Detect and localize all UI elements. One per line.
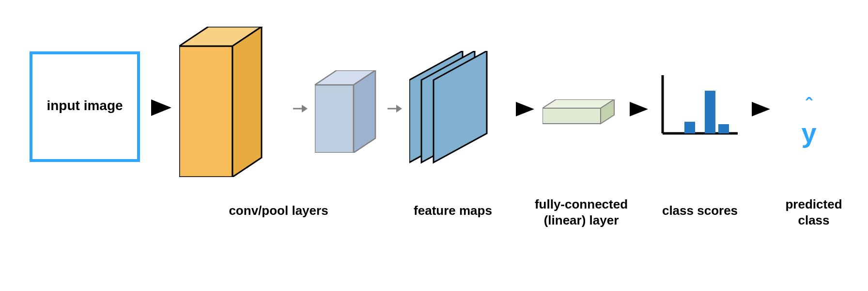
fc-layer-label: fully-connected (linear) layer [521,196,642,228]
arrow-icon [293,104,308,113]
fc-layer-block [542,99,620,126]
svg-marker-15 [516,102,534,116]
arrow-icon [630,102,648,116]
bar-c3 [718,124,729,133]
arrow-icon [752,102,770,116]
svg-marker-19 [630,102,648,116]
pool-layer-block [315,70,388,153]
arrow-icon [516,102,534,116]
class-scores-label: class scores [649,203,751,219]
svg-marker-2 [179,46,232,177]
y-hat-symbol: ˆ y [782,85,836,140]
svg-marker-1 [151,99,171,116]
arrow-icon [388,104,402,113]
svg-marker-7 [315,85,354,153]
svg-marker-11 [396,105,402,113]
svg-marker-6 [302,105,308,113]
predicted-class-label: predicted class [775,196,852,228]
svg-marker-22 [752,102,770,116]
cnn-pipeline-diagram: input image conv/pool layers fe [0,0,868,291]
conv-pool-label: conv/pool layers [189,203,368,219]
arrow-icon [151,99,171,116]
bar-c1 [684,122,695,133]
conv-layer-block [179,27,276,177]
input-image-label: input image [29,97,140,114]
svg-marker-16 [542,108,601,124]
svg-marker-9 [354,70,375,153]
feature-maps-label: feature maps [392,203,513,219]
bar-c2 [705,91,715,133]
svg-marker-4 [232,27,262,177]
feature-maps-stack [409,51,506,167]
class-scores-chart [658,75,740,138]
